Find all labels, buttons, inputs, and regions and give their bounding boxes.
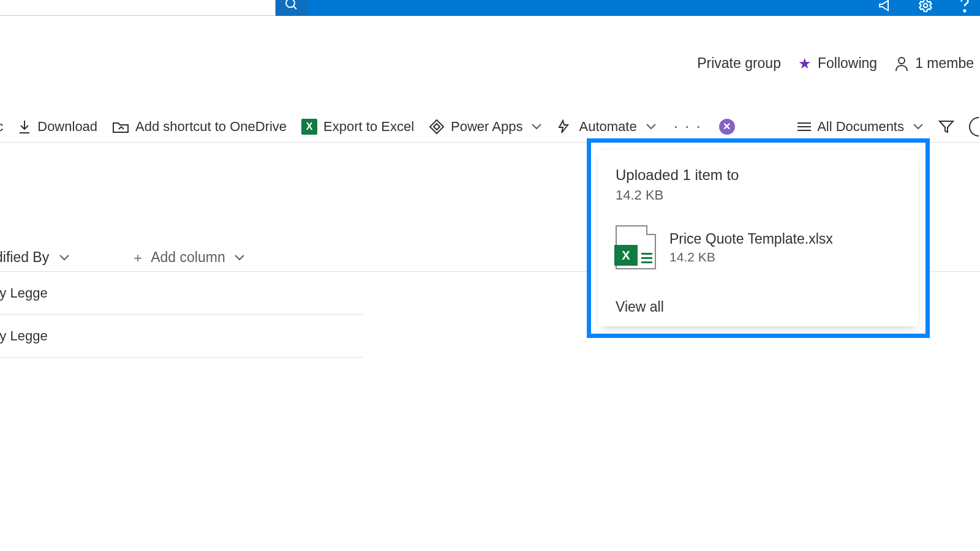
members-label: 1 membe: [915, 55, 974, 72]
export-excel-label: Export to Excel: [323, 119, 414, 135]
power-apps-icon: [429, 119, 445, 135]
file-name: Price Quote Template.xlsx: [669, 231, 833, 247]
chevron-down-icon: [234, 254, 245, 261]
folder-shortcut-icon: [112, 119, 129, 134]
add-shortcut-label: Add shortcut to OneDrive: [135, 119, 287, 135]
svg-line-1: [293, 6, 296, 9]
view-all-link[interactable]: View all: [616, 299, 906, 315]
view-selector[interactable]: All Documents: [797, 119, 924, 135]
group-privacy: Private group: [697, 55, 781, 72]
follow-toggle[interactable]: ★ Following: [798, 55, 877, 72]
sync-button-partial[interactable]: nc: [0, 119, 3, 135]
cell-modified-by: ry Legge: [0, 328, 48, 344]
dismiss-upload-status[interactable]: ✕: [719, 119, 735, 135]
add-column-label: Add column: [151, 249, 225, 266]
person-icon: [894, 56, 909, 72]
power-apps-label: Power Apps: [451, 119, 522, 135]
add-shortcut-button[interactable]: Add shortcut to OneDrive: [112, 119, 287, 135]
chevron-down-icon: [913, 123, 924, 130]
automate-icon: [557, 119, 573, 135]
power-apps-button[interactable]: Power Apps: [429, 119, 542, 135]
search-button[interactable]: [276, 0, 307, 16]
download-label: Download: [37, 119, 97, 135]
sync-label-partial: nc: [0, 119, 3, 135]
members-button[interactable]: 1 membe: [894, 55, 974, 72]
chevron-down-icon: [531, 123, 542, 130]
toast-title: Uploaded 1 item to: [616, 167, 906, 184]
download-button[interactable]: Download: [18, 119, 97, 135]
excel-icon: X: [301, 119, 317, 135]
star-icon: ★: [798, 56, 812, 71]
settings-icon[interactable]: [916, 0, 935, 13]
filter-button[interactable]: [938, 119, 954, 134]
close-icon: ✕: [723, 121, 731, 132]
search-input[interactable]: [0, 0, 276, 16]
export-excel-button[interactable]: X Export to Excel: [301, 119, 414, 135]
automate-label: Automate: [579, 119, 636, 135]
svg-point-3: [964, 10, 966, 12]
table-row[interactable]: ry Legge: [0, 315, 363, 358]
suite-header: [0, 0, 980, 16]
svg-point-4: [899, 58, 905, 64]
column-label: dified By: [0, 249, 49, 266]
toast-total-size: 14.2 KB: [616, 187, 906, 203]
plus-icon: ＋: [131, 249, 145, 267]
cell-modified-by: ry Legge: [0, 285, 48, 301]
more-actions-button[interactable]: · · ·: [671, 117, 704, 136]
info-icon-partial[interactable]: [969, 117, 979, 137]
megaphone-icon[interactable]: [877, 0, 895, 13]
add-column-button[interactable]: ＋ Add column: [131, 249, 244, 267]
uploaded-file-item[interactable]: X Price Quote Template.xlsx 14.2 KB: [616, 225, 906, 269]
chevron-down-icon: [646, 123, 657, 130]
svg-point-2: [924, 4, 928, 8]
filter-icon: [938, 119, 954, 134]
table-row[interactable]: ry Legge: [0, 272, 363, 315]
help-icon[interactable]: [956, 0, 974, 13]
chevron-down-icon: [59, 254, 70, 261]
search-icon: [284, 0, 299, 12]
following-label: Following: [818, 55, 877, 72]
download-icon: [18, 119, 31, 134]
upload-toast: Uploaded 1 item to 14.2 KB X Price Quote…: [587, 138, 930, 338]
site-header: Private group ★ Following 1 membe: [0, 16, 980, 111]
view-name-label: All Documents: [817, 119, 904, 135]
file-size: 14.2 KB: [669, 250, 833, 264]
automate-button[interactable]: Automate: [557, 119, 656, 135]
excel-file-icon: X: [616, 225, 656, 269]
list-view-icon: [797, 122, 811, 131]
column-header-modified-by[interactable]: dified By: [0, 249, 70, 266]
privacy-text: Private group: [697, 55, 781, 72]
